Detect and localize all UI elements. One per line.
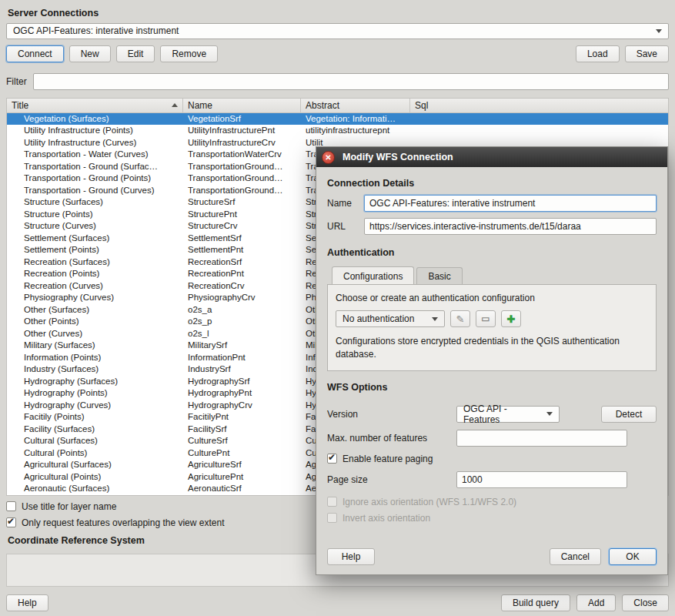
edit-auth-config-button[interactable]: ✎: [450, 310, 470, 327]
chevron-down-icon: [546, 412, 553, 416]
auth-note: Configurations store encrypted credentia…: [336, 335, 648, 361]
layers-table-header: Title Name Abstract Sql: [7, 99, 668, 113]
dialog-cancel-button[interactable]: Cancel: [550, 548, 601, 565]
remove-button[interactable]: Remove: [160, 45, 218, 62]
cell-name: CultureSrf: [183, 435, 301, 447]
use-title-checkbox[interactable]: [6, 501, 16, 511]
column-header-abstract[interactable]: Abstract: [301, 99, 410, 112]
cell-title: Agricultural (Surfaces): [7, 459, 183, 471]
cell-title: Recreation (Points): [7, 268, 183, 280]
sort-ascending-icon: [172, 103, 178, 107]
version-value: OGC API - Features: [463, 403, 540, 425]
main-footer: Help Build query Add Close: [6, 587, 669, 611]
cell-name: StructurePnt: [183, 209, 301, 221]
version-select[interactable]: OGC API - Features: [456, 406, 560, 423]
invert-axis-label: Invert axis orientation: [343, 513, 430, 524]
cell-title: Structure (Surfaces): [7, 196, 183, 209]
cell-name: FacilitySrf: [183, 424, 301, 436]
configurations-panel: Choose or create an authentication confi…: [327, 284, 657, 371]
only-request-label: Only request features overlapping the vi…: [22, 517, 224, 528]
table-row[interactable]: Utility Infrastructure (Points)UtilityIn…: [7, 125, 668, 137]
chevron-down-icon: [432, 317, 438, 321]
cell-title: Recreation (Surfaces): [7, 256, 183, 269]
cell-title: Utility Infrastructure (Curves): [7, 137, 183, 149]
table-row[interactable]: Vegetation (Surfaces)VegetationSrfVegeta…: [7, 113, 668, 126]
cell-abstract: Vegetation: Informati…: [301, 113, 410, 126]
enable-paging-checkbox[interactable]: [327, 454, 337, 464]
cell-name: HydrographyCrv: [183, 400, 301, 412]
auth-config-value: No authentication: [343, 313, 414, 324]
connect-button[interactable]: Connect: [6, 45, 64, 62]
invert-axis-checkbox: [327, 513, 337, 523]
name-input[interactable]: [364, 195, 657, 212]
cell-name: o2s_p: [183, 316, 301, 328]
remove-auth-config-button[interactable]: ▭: [476, 310, 496, 327]
cell-name: FacitilyPnt: [183, 411, 301, 424]
cell-title: Cultural (Surfaces): [7, 435, 183, 447]
help-button[interactable]: Help: [6, 594, 48, 611]
cell-title: Other (Points): [7, 316, 183, 328]
cell-title: Hydrography (Points): [7, 387, 183, 400]
page-size-input[interactable]: [456, 471, 627, 488]
filter-row: Filter: [6, 73, 669, 90]
cell-name: StructureCrv: [183, 220, 301, 233]
add-button[interactable]: Add: [576, 594, 616, 611]
close-button[interactable]: Close: [622, 594, 669, 611]
cell-name: SettlementSrf: [183, 233, 301, 245]
cell-title: Physiography (Curves): [7, 292, 183, 304]
cell-title: Information (Points): [7, 352, 183, 364]
cell-name: CulturePnt: [183, 447, 301, 460]
server-connections-title: Server Connections: [8, 8, 669, 18]
cell-title: Transportation - Ground (Surfac…: [7, 161, 183, 173]
cell-name: RecreationPnt: [183, 268, 301, 280]
dialog-titlebar[interactable]: ✕ Modify WFS Connection: [316, 147, 667, 167]
ignore-axis-option: Ignore axis orientation (WFS 1.1/WFS 2.0…: [327, 497, 657, 507]
detect-button[interactable]: Detect: [601, 406, 657, 423]
dialog-body: Connection Details Name URL Authenticati…: [316, 167, 667, 574]
cell-title: Other (Surfaces): [7, 304, 183, 316]
column-header-name[interactable]: Name: [183, 99, 301, 112]
column-header-title[interactable]: Title: [7, 99, 183, 112]
close-icon[interactable]: ✕: [322, 151, 335, 164]
cell-name: StructureSrf: [183, 196, 301, 209]
cell-sql: [410, 113, 668, 126]
tab-basic[interactable]: Basic: [416, 267, 462, 286]
url-input[interactable]: [364, 218, 657, 235]
url-label: URL: [327, 221, 356, 232]
column-header-sql[interactable]: Sql: [410, 99, 668, 112]
auth-hint: Choose or create an authentication confi…: [336, 293, 648, 303]
cell-title: Agricultural (Points): [7, 471, 183, 484]
cell-name: IndustrySrf: [183, 363, 301, 376]
max-features-input[interactable]: [456, 430, 627, 447]
cell-title: Hydrography (Curves): [7, 400, 183, 412]
filter-label: Filter: [6, 76, 27, 87]
cell-title: Structure (Points): [7, 209, 183, 221]
only-request-checkbox[interactable]: [6, 517, 16, 527]
filter-input[interactable]: [33, 73, 669, 90]
max-features-row: Max. number of features: [327, 430, 657, 447]
cell-name: UtilityInfrastructurePnt: [183, 125, 301, 137]
pencil-icon: ✎: [456, 313, 465, 325]
load-button[interactable]: Load: [576, 45, 620, 62]
enable-paging-option[interactable]: Enable feature paging: [327, 454, 657, 464]
cell-name: AgriculturePnt: [183, 471, 301, 484]
connection-select[interactable]: OGC API-Features: interative instrument: [6, 23, 669, 39]
enable-paging-label: Enable feature paging: [343, 454, 433, 464]
dialog-ok-button[interactable]: OK: [609, 548, 657, 565]
cell-name: TransportationWaterCrv: [183, 149, 301, 161]
auth-config-select[interactable]: No authentication: [336, 310, 445, 327]
add-auth-config-button[interactable]: ✚: [501, 310, 521, 327]
use-title-label: Use title for layer name: [22, 501, 116, 512]
save-button[interactable]: Save: [625, 45, 669, 62]
tab-configurations[interactable]: Configurations: [332, 266, 414, 285]
cell-title: Recreation (Curves): [7, 280, 183, 293]
cell-name: SettlementPnt: [183, 244, 301, 256]
dialog-title: Modify WFS Connection: [343, 152, 453, 162]
new-button[interactable]: New: [69, 45, 111, 62]
dialog-help-button[interactable]: Help: [327, 548, 375, 565]
cell-title: Transportation - Water (Curves): [7, 149, 183, 161]
name-label: Name: [327, 198, 356, 209]
edit-button[interactable]: Edit: [116, 45, 155, 62]
build-query-button[interactable]: Build query: [501, 594, 570, 611]
cell-title: Hydrography (Surfaces): [7, 376, 183, 388]
